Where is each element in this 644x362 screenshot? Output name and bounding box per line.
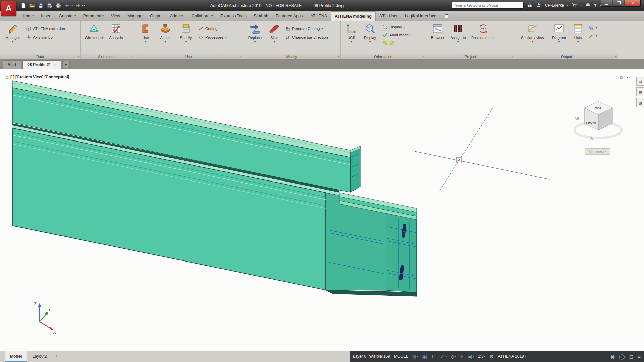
ribbon-tab-ath-user[interactable]: ATH User	[376, 11, 401, 21]
search-binoculars-icon[interactable]	[527, 2, 533, 8]
a360-cloud-icon[interactable]	[585, 2, 591, 8]
panel-label-orientation[interactable]: Orientation »	[341, 54, 426, 59]
viewport-controls-icon[interactable]	[5, 75, 9, 79]
current-drawing-tab[interactable]: 08 Profile 2* ×	[22, 60, 61, 69]
isometric-drafting-icon[interactable]: ◇▾	[451, 354, 456, 359]
edit-mini-button[interactable]: ▾	[587, 32, 599, 40]
search-input[interactable]	[452, 2, 524, 9]
polar-tracking-icon[interactable]: ∠▾	[440, 354, 447, 359]
viewcube-top-face[interactable]: TOP	[595, 107, 601, 110]
drawing-restore-icon[interactable]: ⧉	[620, 75, 623, 80]
redo-button[interactable]	[74, 2, 81, 9]
section-view-button[interactable]: Section / view ▾	[517, 22, 548, 54]
new-drawing-button[interactable]	[19, 2, 27, 9]
manager-button[interactable]: Manager ▾	[2, 22, 24, 54]
diagram-button[interactable]: Diagram ▾	[549, 22, 569, 54]
viewcube-front-face[interactable]: FRONT	[586, 121, 597, 124]
signed-in-username[interactable]: CP-Loerke	[545, 3, 564, 8]
close-button[interactable]: ×	[625, 0, 641, 7]
viewport-view-control[interactable]: [Custom View]	[15, 75, 43, 79]
ribbon-tab-featured-apps[interactable]: Featured Apps	[272, 11, 307, 21]
ribbon-tab-parametric[interactable]: Parametric	[80, 11, 107, 21]
redo-dropdown[interactable]: ▾	[82, 4, 83, 7]
attach-button[interactable]: Attach ▾	[156, 22, 175, 54]
ribbon-tab-athena-modeling[interactable]: ATHENA modeling	[331, 11, 376, 21]
viewport-visual-style-control[interactable]: [Conceptual]	[44, 75, 69, 79]
ribbon-tab-home[interactable]: Home	[19, 11, 37, 21]
minimize-button[interactable]	[601, 0, 612, 7]
tab-close-icon[interactable]: ×	[54, 62, 56, 67]
assign-to-button[interactable]: Assign to ▾	[448, 22, 468, 54]
undo-dropdown[interactable]: ▾	[71, 4, 73, 7]
undo-button[interactable]	[63, 2, 71, 9]
drawing-minimize-icon[interactable]: –	[615, 75, 617, 80]
ribbon-tab-insert[interactable]: Insert	[37, 11, 55, 21]
athena-extrusion-button[interactable]: ATHENA extrusion	[24, 24, 67, 33]
ribbon-tab-collaborate[interactable]: Collaborate	[188, 11, 217, 21]
isolate-objects-icon[interactable]: ◉	[610, 354, 615, 359]
drawing-canvas[interactable]: Z Y X	[0, 69, 644, 351]
position-model-button[interactable]: Position model	[469, 22, 498, 54]
object-snap-icon[interactable]: ▣▾	[467, 354, 474, 359]
snap-grid-icon[interactable]: ⊞▾	[412, 354, 418, 359]
model-space-button[interactable]: MODEL	[394, 354, 408, 359]
grid-toggle-a-icon[interactable]	[382, 40, 388, 46]
panel-label-axis-model[interactable]: Axis model »	[81, 54, 134, 59]
object-snap-tracking-icon[interactable]: ⌖	[460, 354, 463, 359]
viewcube[interactable]: TOP FRONT W S	[571, 98, 631, 153]
annotation-scale-button[interactable]: 1:3▾	[478, 354, 485, 358]
panel-overflow-icon[interactable]: »	[131, 55, 132, 58]
browser-button[interactable]: Browser	[428, 22, 447, 54]
application-menu-button[interactable]: A	[1, 1, 16, 16]
axis-symbol-button[interactable]: Axis symbol	[24, 33, 67, 42]
save-button[interactable]	[37, 2, 44, 9]
panel-overflow-icon[interactable]: »	[512, 55, 513, 58]
display-representation-button[interactable]: Display ▾	[380, 23, 411, 31]
new-layout-button[interactable]: +	[52, 351, 61, 362]
ribbon-tab-view[interactable]: View	[107, 11, 124, 21]
user-avatar-icon[interactable]	[536, 2, 542, 8]
user-dropdown[interactable]: ▾	[567, 4, 568, 7]
change-bar-direction-button[interactable]: ⇄ Change bar direction	[283, 33, 330, 42]
ribbon-tab-logikal-interface[interactable]: LogiKal interface	[401, 11, 440, 21]
remove-cutting-button[interactable]: Remove Cutting ▾	[283, 24, 330, 33]
panel-overflow-icon[interactable]: »	[337, 55, 339, 58]
start-tab[interactable]: Start	[3, 60, 21, 69]
cart-dropdown[interactable]: ▾	[580, 4, 582, 7]
ribbon-tab-annotate[interactable]: Annotate	[55, 11, 80, 21]
panel-overflow-icon[interactable]: »	[240, 55, 241, 58]
ribbon-tab-simlab[interactable]: SimLab	[250, 11, 272, 21]
app-store-cart-icon[interactable]	[571, 2, 577, 8]
audit-model-button[interactable]: Audit model	[380, 31, 411, 39]
interface-mini-button[interactable]: ▾	[587, 24, 599, 32]
customization-icon[interactable]: ≡	[638, 354, 641, 359]
new-drawing-tab-button[interactable]: +	[62, 61, 70, 68]
display-button[interactable]: Display ▾	[360, 22, 380, 54]
clean-screen-icon[interactable]: ◻	[629, 354, 633, 359]
hatch-panel-icon[interactable]: ▩	[636, 98, 644, 107]
ortho-mode-icon[interactable]: ∟	[431, 354, 436, 359]
panel-overflow-icon[interactable]: »	[77, 55, 79, 58]
grid-display-icon[interactable]: ▦	[422, 354, 427, 359]
panel-label-modify[interactable]: Modify »	[243, 54, 340, 59]
model-tab[interactable]: Model	[5, 351, 27, 362]
panel-label-project[interactable]: Project »	[426, 54, 515, 59]
grid-panel-icon[interactable]: ▦	[636, 87, 644, 96]
sheet-stack-icon[interactable]: ▤	[636, 77, 644, 86]
workspace-switcher[interactable]: ATHENA 2018▾	[498, 354, 526, 358]
viewcube-compass-south[interactable]: S	[590, 137, 593, 142]
named-view-control[interactable]: Unnamed ▾	[585, 148, 610, 155]
ribbon-tab-manage[interactable]: Manage	[124, 11, 146, 21]
ribbon-tab-output[interactable]: Output	[146, 11, 166, 21]
wire-model-button[interactable]: Wire model	[83, 22, 106, 54]
panel-label-use[interactable]: Use »	[134, 54, 243, 59]
ribbon-display-toggle[interactable]: ▾	[443, 11, 453, 21]
open-drawing-button[interactable]	[28, 2, 36, 9]
panel-label-data[interactable]: Data »	[0, 54, 80, 59]
annotation-monitor-plus[interactable]: +	[530, 354, 532, 359]
analysis-button[interactable]: Analysis	[106, 22, 126, 54]
grid-toggle-b-icon[interactable]	[389, 40, 395, 46]
help-button[interactable]: ?	[594, 3, 597, 8]
ribbon-tab-athena[interactable]: ATHENA	[307, 11, 331, 21]
ribbon-tab-addins[interactable]: Add-ins	[166, 11, 188, 21]
